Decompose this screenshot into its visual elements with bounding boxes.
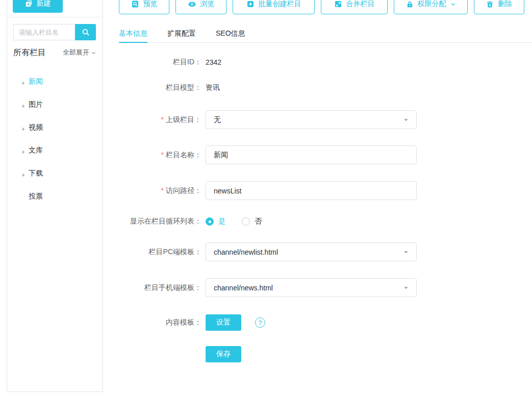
chevron-down-icon [450,2,456,7]
delete-button[interactable]: 删除 [474,0,524,14]
radio-yes[interactable]: 是 [206,217,225,226]
select-caret-icon [403,249,409,255]
mobile-template-select[interactable]: channel/news.html [206,278,417,297]
caret-right-icon [21,102,26,107]
merge-icon [334,0,342,8]
preview-label: 预览 [143,0,158,9]
tree-item-label: 文库 [29,146,43,155]
field-pc-template: 栏目PC端模板： channel/newlist.html [119,242,445,261]
radio-no-label: 否 [255,217,262,226]
sidebar-divider [7,17,103,17]
search-icon [82,28,90,36]
sidebar: 新建 所有栏目 全部展开 [7,0,103,392]
radio-unselected-icon [242,217,250,226]
tab-label: 扩展配置 [167,29,196,38]
caret-right-icon [21,125,26,130]
trash-icon [486,1,494,8]
tree-item-video[interactable]: 视频 [21,122,43,133]
radio-selected-icon [206,217,214,226]
pc-template-label: 栏目PC端模板： [119,248,201,257]
tree-item-library[interactable]: 文库 [21,145,43,156]
tab-extended-config[interactable]: 扩展配置 [167,24,196,42]
tree-item-label: 新闻 [29,77,43,86]
channel-name-label: 栏目名称： [166,151,201,159]
preview-button[interactable]: 预览 [119,0,169,14]
caret-right-icon [21,171,26,176]
field-show-in-loop: 显示在栏目循环列表： 是 否 [119,216,445,227]
mobile-template-value: channel/news.html [214,284,273,292]
caret-right-icon [21,148,26,153]
radio-yes-label: 是 [218,217,225,226]
tree-item-vote[interactable]: 投票 [21,191,43,202]
channel-manager-page: 新建 所有栏目 全部展开 [0,0,532,393]
field-content-template: 内容模板： 设置 ? [119,314,445,331]
parent-channel-select[interactable]: 无 [206,110,417,129]
channel-model-value: 资讯 [206,83,220,92]
channel-name-input[interactable] [206,145,417,164]
parent-channel-value: 无 [214,115,221,125]
merge-channels-button[interactable]: 合并栏目 [321,0,388,14]
required-marker: * [161,186,164,194]
channel-tree: 新闻 图片 视频 文库 下载 投票 [21,77,43,214]
save-button[interactable]: 保存 [206,346,241,362]
field-mobile-template: 栏目手机端模板： channel/news.html [119,278,445,297]
pc-template-select[interactable]: channel/newlist.html [206,242,417,261]
batch-create-button[interactable]: 批量创建栏目 [233,0,315,14]
browse-label: 浏览 [200,0,215,9]
channel-search-input[interactable] [13,24,75,40]
detail-tabs: 基本信息 扩展配置 SEO信息 [119,24,532,43]
required-marker: * [161,151,164,159]
tree-item-pictures[interactable]: 图片 [21,100,43,110]
access-path-label: 访问路径： [166,186,201,194]
channel-form: 栏目ID： 2342 栏目模型： 资讯 *上级栏目： 无 *栏目名称： [119,43,445,362]
channel-id-label: 栏目ID： [119,58,201,67]
field-channel-model: 栏目模型： 资讯 [119,83,445,93]
access-path-input[interactable] [206,181,417,200]
tab-basic-info[interactable]: 基本信息 [119,24,147,42]
tree-item-label: 下载 [29,169,43,178]
copy-plus-icon [25,0,33,7]
field-channel-name: *栏目名称： [119,145,445,164]
expand-all-label: 全部展开 [63,48,89,57]
tree-item-label: 投票 [29,192,43,201]
field-access-path: *访问路径： [119,181,445,200]
search-button[interactable] [75,24,96,40]
field-save: 保存 [119,346,445,362]
select-caret-icon [403,285,409,291]
preview-icon [131,0,139,8]
channel-id-value: 2342 [206,58,221,66]
help-icon[interactable]: ? [255,317,265,328]
radio-no[interactable]: 否 [242,217,262,226]
browse-eye-icon [188,0,196,9]
pc-template-value: channel/newlist.html [214,248,278,256]
tree-item-label: 视频 [29,123,43,132]
channel-model-label: 栏目模型： [119,83,201,92]
content-template-set-button[interactable]: 设置 [206,314,241,331]
delete-label: 删除 [498,0,512,9]
field-parent-channel: *上级栏目： 无 [119,110,445,129]
chevron-down-icon [91,50,96,56]
batch-create-label: 批量创建栏目 [259,0,301,9]
select-caret-icon [403,117,409,123]
permission-assign-label: 权限分配 [418,0,446,9]
batch-create-icon [246,0,255,8]
parent-channel-label: 上级栏目： [166,115,201,124]
browse-button[interactable]: 浏览 [175,0,226,14]
caret-right-icon [21,79,26,84]
tree-item-download[interactable]: 下载 [21,168,43,179]
merge-channels-label: 合并栏目 [346,0,375,9]
field-channel-id: 栏目ID： 2342 [119,57,445,67]
tree-item-news[interactable]: 新闻 [21,77,43,87]
tree-item-label: 图片 [29,100,43,109]
show-in-loop-label: 显示在栏目循环列表： [119,217,201,226]
toolbar: 预览 浏览 批量创建栏目 合并栏目 权限分配 [119,0,524,14]
create-channel-button[interactable]: 新建 [13,0,63,13]
permission-assign-button[interactable]: 权限分配 [394,0,468,14]
content-template-label: 内容模板： [119,318,201,327]
expand-all-toggle[interactable]: 全部展开 [63,48,96,57]
tab-label: 基本信息 [119,29,147,38]
tree-header: 所有栏目 全部展开 [13,47,96,58]
mobile-template-label: 栏目手机端模板： [119,283,201,292]
tab-seo-info[interactable]: SEO信息 [216,24,245,42]
lock-icon [406,1,414,8]
